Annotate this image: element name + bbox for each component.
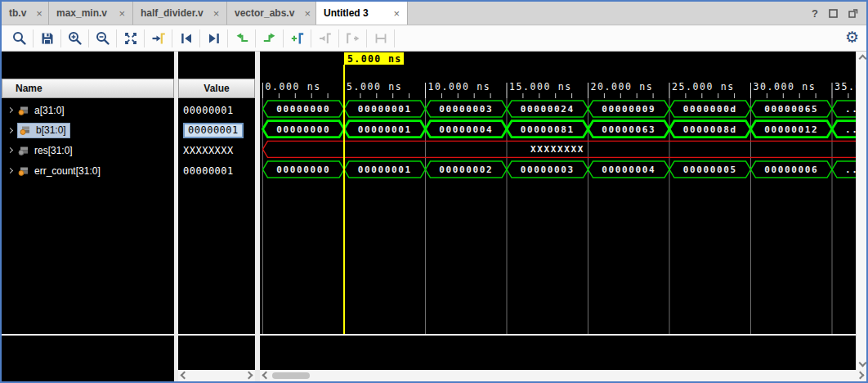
previous-marker-button: [311, 28, 338, 49]
bus-value-label: 00000009: [602, 104, 655, 115]
maximize-icon[interactable]: [829, 9, 838, 18]
signal-value-row-err_count[interactable]: 00000001: [178, 160, 255, 181]
bus-value-label: 00000012: [764, 124, 818, 135]
expand-chevron-icon[interactable]: [7, 128, 13, 133]
next-marker-button: [339, 28, 366, 49]
time-tick-label: 10.000 ns: [428, 81, 491, 92]
bus-value-label: 00000063: [602, 124, 655, 135]
bus-value-label: 00000001: [358, 124, 412, 135]
scroll-left-icon[interactable]: [181, 372, 189, 380]
signal-value-row-res[interactable]: XXXXXXXX: [178, 140, 255, 160]
time-tick-label: 20.000 ns: [591, 81, 654, 92]
next-transition-button[interactable]: [200, 28, 227, 49]
close-tab-icon[interactable]: ×: [36, 8, 43, 19]
signal-value-row-a[interactable]: 00000001: [178, 100, 255, 120]
expand-chevron-icon[interactable]: [7, 168, 13, 173]
float-window-icon[interactable]: [848, 8, 858, 18]
bus-value-label: 00000006: [764, 164, 818, 175]
waveform-end-line: [260, 334, 856, 336]
waveform-plot[interactable]: 0.000 ns5.000 ns10.000 ns15.000 ns20.000…: [260, 52, 856, 334]
signal-name-panel: a[31:0]b[31:0]res[31:0]err_count[31:0]: [2, 52, 174, 381]
bus-value-label: 00000004: [602, 164, 655, 175]
previous-transition-button[interactable]: [172, 28, 199, 49]
tab-vector-abs-v[interactable]: vector_abs.v×: [227, 2, 316, 25]
time-tick-label: 5.000 ns: [347, 81, 402, 92]
zoom-in-button[interactable]: [61, 28, 88, 49]
wave-row-res[interactable]: XXXXXXXX: [263, 141, 857, 157]
previous-edge-button[interactable]: [228, 28, 255, 49]
value-column-header: Value: [178, 79, 255, 98]
bus-signal-icon-orange: [18, 106, 29, 115]
signal-name-err_count[interactable]: err_count[31:0]: [18, 165, 101, 177]
tab-untitled-3[interactable]: Untitled 3×: [316, 2, 408, 25]
value-horizontal-scrollbar[interactable]: [178, 370, 255, 381]
name-column-header: Name: [2, 79, 174, 98]
wave-row-b[interactable]: 0000000000000001000000040000008100000063…: [263, 121, 857, 137]
scroll-down-icon[interactable]: [859, 359, 867, 367]
waveform-canvas[interactable]: 0.000 ns5.000 ns10.000 ns15.000 ns20.000…: [260, 52, 856, 370]
bus-value-label: 00000000: [276, 164, 330, 175]
save-wave-config-button[interactable]: [34, 28, 60, 49]
add-marker-button[interactable]: [284, 28, 311, 49]
bus-value-label: XXXXXXXX: [530, 144, 584, 155]
tab-label: Untitled 3: [324, 7, 369, 19]
next-edge-button[interactable]: [256, 28, 283, 49]
add-marker-icon: [289, 30, 306, 47]
tab-max-min-v[interactable]: max_min.v×: [49, 2, 133, 25]
signal-value-b: 00000001: [183, 123, 244, 138]
bus-value-label: 0000008d: [683, 124, 737, 135]
close-tab-icon[interactable]: ×: [393, 8, 400, 19]
help-icon[interactable]: ?: [812, 7, 818, 20]
value-list-end-line: [178, 334, 255, 336]
bus-value-overflow-label: ..: [845, 164, 856, 175]
signal-row-err_count[interactable]: err_count[31:0]: [2, 160, 174, 181]
signal-name-b[interactable]: b[31:0]: [18, 124, 69, 137]
bus-value-label: 00000000: [276, 124, 330, 135]
tab-label: vector_abs.v: [235, 7, 294, 19]
swap-cursors-button: [367, 28, 394, 49]
signal-name-res[interactable]: res[31:0]: [18, 145, 73, 156]
go-to-cursor-button[interactable]: [145, 28, 172, 49]
bus-value-label: 00000024: [521, 104, 575, 115]
signal-row-a[interactable]: a[31:0]: [2, 100, 174, 120]
scroll-right-icon[interactable]: [245, 372, 253, 380]
settings-gear-icon[interactable]: ⚙: [845, 28, 859, 46]
bus-value-label: 00000065: [764, 104, 818, 115]
time-cursor[interactable]: 5.000 ns: [344, 52, 404, 334]
signal-value-row-b[interactable]: 00000001: [178, 120, 255, 141]
signal-list-end-line: [2, 334, 174, 336]
zoom-in-icon: [67, 30, 83, 47]
next-edge-icon: [262, 30, 278, 47]
waveform-horizontal-scrollbar[interactable]: [260, 370, 866, 381]
wave-row-a[interactable]: 0000000000000001000000030000002400000009…: [263, 101, 857, 117]
zoom-out-button[interactable]: [89, 28, 116, 49]
bus-value-label: 0000000d: [683, 104, 737, 115]
swap-cursors-icon: [373, 30, 389, 47]
tab-half-divider-v[interactable]: half_divider.v×: [133, 2, 227, 25]
time-tick-label: 15.000 ns: [509, 81, 572, 92]
vertical-scrollbar[interactable]: [856, 52, 866, 370]
signal-name-a[interactable]: a[31:0]: [18, 105, 65, 116]
tab-label: max_min.v: [56, 7, 107, 19]
expand-chevron-icon[interactable]: [7, 147, 13, 153]
bus-value-overflow-label: ..: [845, 104, 856, 115]
save-wave-config-icon: [39, 30, 56, 47]
bus-value-label: 00000000: [276, 104, 330, 115]
scrollbar-thumb[interactable]: [272, 372, 310, 379]
bus-signal-icon-orange: [18, 166, 29, 176]
scroll-left-icon[interactable]: [262, 372, 271, 380]
close-tab-icon[interactable]: ×: [119, 8, 125, 19]
scroll-right-icon[interactable]: [857, 372, 865, 380]
expand-chevron-icon[interactable]: [7, 107, 13, 113]
close-tab-icon[interactable]: ×: [213, 8, 220, 19]
tab-tb-v[interactable]: tb.v×: [2, 2, 49, 25]
zoom-fit-button[interactable]: [117, 28, 144, 49]
signal-row-b[interactable]: b[31:0]: [2, 120, 174, 141]
close-tab-icon[interactable]: ×: [304, 8, 311, 19]
signal-row-res[interactable]: res[31:0]: [2, 140, 174, 160]
bus-signal-icon-orange: [20, 125, 31, 135]
signal-value-a: 00000001: [183, 105, 234, 116]
find-button[interactable]: [6, 28, 33, 49]
wave-row-err_count[interactable]: 0000000000000001000000020000000300000004…: [263, 161, 857, 178]
scroll-up-icon[interactable]: [859, 55, 867, 63]
